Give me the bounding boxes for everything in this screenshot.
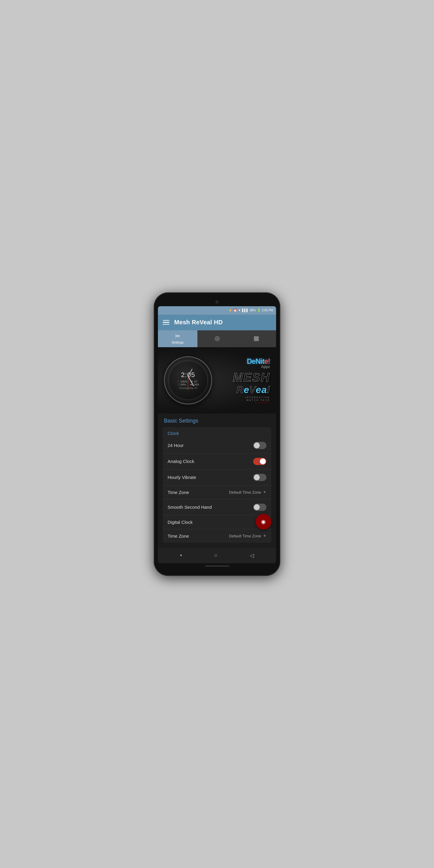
brand-subtitle: InteractiveWatch Face	[215, 396, 270, 401]
toggle-analog-clock[interactable]	[253, 458, 267, 465]
nav-home-button[interactable]: ○	[212, 550, 220, 561]
bottom-nav: ▪ ○ ◁	[158, 548, 276, 563]
brand-widget: & Widget	[215, 401, 270, 404]
brand-appz: Appz	[215, 364, 270, 369]
time-zone-value: Default Time Zone	[229, 490, 261, 495]
label-digital-clock: Digital Clock	[167, 520, 193, 525]
row-time-zone-2: Time Zone Default Time Zone ▼	[163, 529, 271, 543]
tab-news[interactable]: ▦	[237, 330, 276, 347]
tab-watch[interactable]: ◎	[197, 330, 237, 347]
wifi-icon: ▼	[238, 309, 241, 312]
row-hourly-vibrate: Hourly Vibrate	[163, 470, 271, 486]
settings-tab-icon: ✂	[175, 333, 180, 340]
app-title: Mesh ReVeal HD	[174, 319, 223, 326]
label-time-zone: Time Zone	[167, 490, 189, 495]
brand-mesh: MESH	[215, 371, 270, 384]
watch-signal: □ 99%	[177, 383, 187, 386]
fab-icon: ◉	[261, 518, 266, 525]
clock-group-label: Clock	[163, 427, 271, 438]
dropdown-arrow-2-icon: ▼	[263, 534, 267, 538]
settings-card: Clock 24 Hour Analog Clock Hourly Vibrat…	[163, 427, 271, 543]
dropdown-arrow-icon: ▼	[263, 490, 267, 494]
label-analog-clock: Analog Clock	[167, 459, 194, 464]
battery-icon: 🔋	[257, 309, 261, 312]
row-24hour: 24 Hour	[163, 438, 271, 454]
row-analog-clock: Analog Clock	[163, 454, 271, 470]
row-smooth-second: Smooth Second Hand	[163, 499, 271, 516]
phone-screen: ⚡ ⏰ ▼ ▌▌▌ 99% 🔋 2:05 PM Mesh ReVeal HD ✂…	[158, 306, 276, 563]
fab-button[interactable]: ◉	[255, 514, 271, 530]
bottom-strip	[205, 565, 229, 567]
dropdown-time-zone-2[interactable]: Default Time Zone ▼	[229, 534, 267, 538]
watch-tab-icon: ◎	[215, 335, 220, 342]
settings-tab-label: Settings	[172, 341, 184, 344]
nav-back-button[interactable]: ◁	[247, 550, 256, 561]
toggle-24hour[interactable]	[253, 442, 267, 449]
nav-recent-button[interactable]: ▪	[178, 550, 184, 561]
label-24hour: 24 Hour	[167, 443, 184, 448]
menu-button[interactable]	[163, 320, 169, 325]
row-time-zone: Time Zone Default Time Zone ▼	[163, 486, 271, 499]
label-time-zone-2: Time Zone	[167, 533, 189, 538]
signal-icon: ▌▌▌	[242, 309, 248, 312]
alarm-icon: ⏰	[233, 309, 237, 312]
front-camera	[216, 301, 218, 304]
dropdown-time-zone[interactable]: Default Time Zone ▼	[229, 490, 267, 495]
settings-content: Basic Settings Clock 24 Hour Analog Cloc…	[158, 413, 276, 548]
battery-percent: 99%	[250, 309, 256, 312]
watch-second-hand	[188, 376, 188, 390]
status-bar: ⚡ ⏰ ▼ ▌▌▌ 99% 🔋 2:05 PM	[158, 306, 276, 315]
tab-bar: ✂ Settings ◎ ▦	[158, 330, 276, 347]
label-smooth-second: Smooth Second Hand	[167, 504, 212, 510]
app-header: Mesh ReVeal HD	[158, 315, 276, 330]
watch-banner: 2:05 ♡ 100% □ 99% ☀ 15° ★1,993 Tuesday	[158, 347, 276, 413]
tab-settings[interactable]: ✂ Settings	[158, 330, 197, 347]
watch-face: 2:05 ♡ 100% □ 99% ☀ 15° ★1,993 Tuesday	[164, 353, 212, 407]
brand-section: DeNite! Appz MESH ReVeal InteractiveWatc…	[212, 357, 270, 404]
row-digital-clock: Digital Clock	[163, 516, 271, 529]
toggle-hourly-vibrate[interactable]	[253, 474, 267, 481]
time-zone-2-value: Default Time Zone	[229, 534, 261, 538]
watch-steps: ★1,993	[190, 383, 199, 386]
bluetooth-icon: ⚡	[228, 309, 232, 312]
label-hourly-vibrate: Hourly Vibrate	[167, 475, 196, 480]
brand-reveal: ReVeal	[215, 384, 270, 396]
news-tab-icon: ▦	[253, 335, 259, 342]
toggle-smooth-second[interactable]	[253, 504, 267, 511]
watch-battery: ♡ 100%	[177, 380, 187, 383]
basic-settings-title: Basic Settings	[163, 418, 271, 424]
clock-time: 2:05 PM	[262, 309, 273, 312]
